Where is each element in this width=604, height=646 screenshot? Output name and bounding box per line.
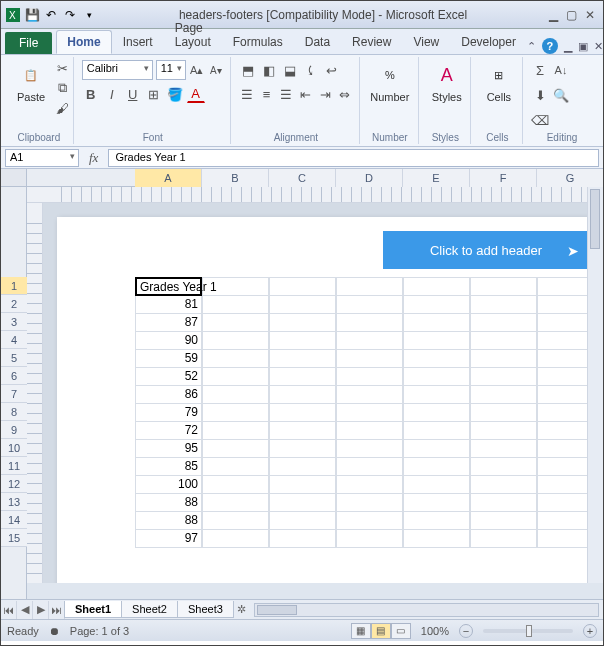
- tab-nav-next-icon[interactable]: ▶: [33, 601, 49, 619]
- row-header-13[interactable]: 13: [1, 493, 27, 511]
- cell[interactable]: [202, 475, 269, 494]
- cell[interactable]: [537, 403, 587, 422]
- cell-A6[interactable]: 52: [135, 367, 202, 386]
- cell-A13[interactable]: 88: [135, 493, 202, 512]
- cell[interactable]: [470, 421, 537, 440]
- cell[interactable]: [336, 277, 403, 296]
- cell[interactable]: [269, 277, 336, 296]
- row-header-12[interactable]: 12: [1, 475, 27, 493]
- macro-record-icon[interactable]: ⏺: [49, 625, 60, 637]
- row-header-5[interactable]: 5: [1, 349, 27, 367]
- new-sheet-icon[interactable]: ✲: [234, 601, 250, 619]
- view-page-layout-icon[interactable]: ▤: [371, 623, 391, 639]
- shrink-font-icon[interactable]: A▾: [208, 61, 224, 79]
- cell[interactable]: [470, 457, 537, 476]
- cell-A3[interactable]: 87: [135, 313, 202, 332]
- cell[interactable]: [470, 331, 537, 350]
- select-all-corner[interactable]: [1, 169, 27, 187]
- styles-button[interactable]: AStyles: [427, 59, 467, 131]
- fill-icon[interactable]: ⬇: [531, 86, 549, 104]
- zoom-in-icon[interactable]: +: [583, 624, 597, 638]
- cell[interactable]: [336, 439, 403, 458]
- cell[interactable]: [269, 439, 336, 458]
- tab-file[interactable]: File: [5, 32, 52, 54]
- cell[interactable]: [470, 403, 537, 422]
- cell[interactable]: [202, 403, 269, 422]
- tab-nav-last-icon[interactable]: ⏭: [49, 601, 65, 619]
- copy-icon[interactable]: ⧉: [53, 79, 71, 97]
- undo-icon[interactable]: ↶: [43, 7, 59, 23]
- cell[interactable]: [269, 295, 336, 314]
- cell[interactable]: [403, 493, 470, 512]
- italic-icon[interactable]: I: [103, 85, 121, 103]
- indent-decrease-icon[interactable]: ⇤: [297, 85, 314, 103]
- cell[interactable]: [470, 367, 537, 386]
- col-header-G[interactable]: G: [537, 169, 603, 187]
- cell-A9[interactable]: 72: [135, 421, 202, 440]
- help-icon[interactable]: ?: [542, 38, 558, 54]
- tab-nav-first-icon[interactable]: ⏮: [1, 601, 17, 619]
- cell[interactable]: [537, 493, 587, 512]
- cell[interactable]: [269, 367, 336, 386]
- cell[interactable]: [403, 295, 470, 314]
- cell[interactable]: [537, 277, 587, 296]
- cell[interactable]: [269, 349, 336, 368]
- row-header-7[interactable]: 7: [1, 385, 27, 403]
- cell[interactable]: [202, 349, 269, 368]
- underline-icon[interactable]: U: [124, 85, 142, 103]
- cell-A5[interactable]: 59: [135, 349, 202, 368]
- cell[interactable]: [403, 385, 470, 404]
- tab-view[interactable]: View: [402, 30, 450, 54]
- cell[interactable]: [269, 529, 336, 548]
- tab-home[interactable]: Home: [56, 30, 111, 54]
- cell[interactable]: [470, 313, 537, 332]
- row-header-8[interactable]: 8: [1, 403, 27, 421]
- border-icon[interactable]: ⊞: [145, 85, 163, 103]
- cell[interactable]: [202, 367, 269, 386]
- cell[interactable]: [269, 403, 336, 422]
- cell[interactable]: [403, 349, 470, 368]
- cell[interactable]: [470, 475, 537, 494]
- wrap-text-icon[interactable]: ↩: [323, 61, 341, 79]
- col-header-D[interactable]: D: [336, 169, 403, 187]
- find-icon[interactable]: 🔍: [552, 86, 570, 104]
- cell-A15[interactable]: 97: [135, 529, 202, 548]
- hscroll-thumb[interactable]: [257, 605, 297, 615]
- merge-icon[interactable]: ⇔: [336, 85, 353, 103]
- cell[interactable]: [537, 421, 587, 440]
- cell[interactable]: [336, 529, 403, 548]
- tab-data[interactable]: Data: [294, 30, 341, 54]
- cell[interactable]: [470, 295, 537, 314]
- cell[interactable]: [470, 385, 537, 404]
- cell[interactable]: [202, 457, 269, 476]
- tab-formulas[interactable]: Formulas: [222, 30, 294, 54]
- cell[interactable]: [336, 349, 403, 368]
- cell[interactable]: [202, 439, 269, 458]
- view-normal-icon[interactable]: ▦: [351, 623, 371, 639]
- sort-filter-icon[interactable]: A↓: [552, 61, 570, 79]
- cell[interactable]: [336, 331, 403, 350]
- cell[interactable]: [269, 475, 336, 494]
- cell[interactable]: [336, 475, 403, 494]
- col-header-F[interactable]: F: [470, 169, 537, 187]
- indent-increase-icon[interactable]: ⇥: [317, 85, 334, 103]
- qat-more-icon[interactable]: ▾: [81, 7, 97, 23]
- align-bottom-icon[interactable]: ⬓: [281, 61, 299, 79]
- cell[interactable]: [202, 385, 269, 404]
- zoom-thumb[interactable]: [526, 625, 532, 637]
- cell[interactable]: [537, 511, 587, 530]
- cell[interactable]: [403, 277, 470, 296]
- cell[interactable]: [403, 529, 470, 548]
- formula-input[interactable]: Grades Year 1: [108, 149, 599, 167]
- cell-A7[interactable]: 86: [135, 385, 202, 404]
- cell[interactable]: [269, 493, 336, 512]
- mdi-minimize-icon[interactable]: ▁: [564, 40, 572, 53]
- tab-nav-prev-icon[interactable]: ◀: [17, 601, 33, 619]
- cell[interactable]: [336, 511, 403, 530]
- cell[interactable]: [470, 439, 537, 458]
- cell[interactable]: [269, 313, 336, 332]
- row-header-15[interactable]: 15: [1, 529, 27, 547]
- cell-A10[interactable]: 95: [135, 439, 202, 458]
- cell[interactable]: [269, 385, 336, 404]
- vertical-scrollbar[interactable]: [587, 187, 603, 583]
